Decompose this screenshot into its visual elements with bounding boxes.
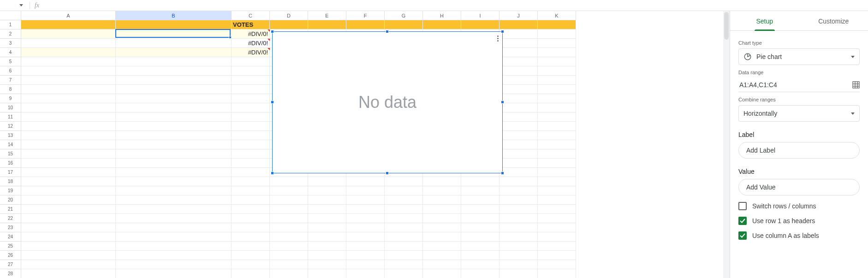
cell-H18[interactable] <box>423 177 461 186</box>
cell-J7[interactable] <box>499 76 538 85</box>
resize-handle-n[interactable] <box>386 30 389 33</box>
cell-K13[interactable] <box>538 131 576 140</box>
cell-C12[interactable] <box>232 122 270 131</box>
cell-A8[interactable] <box>21 85 116 94</box>
row-header-25[interactable]: 25 <box>0 242 21 251</box>
cell-J27[interactable] <box>499 260 538 269</box>
cell-I1[interactable] <box>461 20 499 30</box>
cell-A6[interactable] <box>21 66 116 76</box>
cell-B19[interactable] <box>116 186 232 195</box>
cell-B18[interactable] <box>116 177 232 186</box>
row-header-21[interactable]: 21 <box>0 205 21 214</box>
cell-G19[interactable] <box>385 186 423 195</box>
resize-handle-e[interactable] <box>501 101 504 104</box>
cell-K5[interactable] <box>538 57 576 66</box>
cell-C3[interactable]: #DIV/0! <box>232 39 270 48</box>
cell-K3[interactable] <box>538 39 576 48</box>
cell-C8[interactable] <box>232 85 270 94</box>
cell-F24[interactable] <box>346 232 385 242</box>
cell-A21[interactable] <box>21 205 116 214</box>
chart-object[interactable]: No data <box>272 31 503 173</box>
row-header-20[interactable]: 20 <box>0 195 21 205</box>
cell-C10[interactable] <box>232 103 270 112</box>
cell-K7[interactable] <box>538 76 576 85</box>
cell-H21[interactable] <box>423 205 461 214</box>
combine-ranges-select[interactable]: Horizontally <box>738 105 860 122</box>
cell-I24[interactable] <box>461 232 499 242</box>
row-header-26[interactable]: 26 <box>0 251 21 260</box>
cell-K25[interactable] <box>538 242 576 251</box>
cell-E19[interactable] <box>308 186 346 195</box>
add-value-button[interactable]: Add Value <box>738 179 860 195</box>
cell-J15[interactable] <box>499 149 538 159</box>
cell-G26[interactable] <box>385 251 423 260</box>
cell-J19[interactable] <box>499 186 538 195</box>
cell-J12[interactable] <box>499 122 538 131</box>
cell-K19[interactable] <box>538 186 576 195</box>
cell-H22[interactable] <box>423 214 461 223</box>
row-header-4[interactable]: 4 <box>0 48 21 57</box>
cell-J4[interactable] <box>499 48 538 57</box>
use-colA-checkbox[interactable] <box>738 231 747 240</box>
cell-F25[interactable] <box>346 242 385 251</box>
row-header-7[interactable]: 7 <box>0 76 21 85</box>
cell-F18[interactable] <box>346 177 385 186</box>
cell-A12[interactable] <box>21 122 116 131</box>
cell-A11[interactable] <box>21 112 116 122</box>
cell-I18[interactable] <box>461 177 499 186</box>
cell-J13[interactable] <box>499 131 538 140</box>
scrollbar-thumb[interactable] <box>724 12 729 40</box>
resize-handle-nw[interactable] <box>271 30 274 33</box>
column-header-E[interactable]: E <box>308 11 346 20</box>
cell-K24[interactable] <box>538 232 576 242</box>
column-header-F[interactable]: F <box>346 11 385 20</box>
row-header-9[interactable]: 9 <box>0 94 21 103</box>
cell-E22[interactable] <box>308 214 346 223</box>
cell-B15[interactable] <box>116 149 232 159</box>
switch-rows-checkbox[interactable] <box>738 202 747 210</box>
cell-B10[interactable] <box>116 103 232 112</box>
cell-D26[interactable] <box>270 251 308 260</box>
cell-E20[interactable] <box>308 195 346 205</box>
column-header-B[interactable]: B <box>116 11 232 20</box>
cell-C7[interactable] <box>232 76 270 85</box>
cell-A2[interactable] <box>21 30 116 39</box>
cell-K12[interactable] <box>538 122 576 131</box>
data-range-input[interactable] <box>738 81 852 89</box>
cell-D20[interactable] <box>270 195 308 205</box>
cell-B2[interactable] <box>116 30 232 39</box>
row-header-17[interactable]: 17 <box>0 168 21 177</box>
row-header-3[interactable]: 3 <box>0 39 21 48</box>
cell-B20[interactable] <box>116 195 232 205</box>
cell-A14[interactable] <box>21 140 116 149</box>
cell-K21[interactable] <box>538 205 576 214</box>
error-flag-C4[interactable] <box>268 48 270 50</box>
cell-B14[interactable] <box>116 140 232 149</box>
cell-A25[interactable] <box>21 242 116 251</box>
cell-C16[interactable] <box>232 159 270 168</box>
resize-handle-ne[interactable] <box>501 30 504 33</box>
cell-B17[interactable] <box>116 168 232 177</box>
cell-D21[interactable] <box>270 205 308 214</box>
cell-D22[interactable] <box>270 214 308 223</box>
cell-F23[interactable] <box>346 223 385 232</box>
cell-D19[interactable] <box>270 186 308 195</box>
cell-C13[interactable] <box>232 131 270 140</box>
cell-F26[interactable] <box>346 251 385 260</box>
column-header-H[interactable]: H <box>423 11 461 20</box>
cell-H23[interactable] <box>423 223 461 232</box>
cell-F28[interactable] <box>346 269 385 278</box>
cell-I27[interactable] <box>461 260 499 269</box>
cell-C27[interactable] <box>232 260 270 269</box>
row-header-8[interactable]: 8 <box>0 85 21 94</box>
cell-B28[interactable] <box>116 269 232 278</box>
cell-I25[interactable] <box>461 242 499 251</box>
cell-D1[interactable] <box>270 20 308 30</box>
cell-G27[interactable] <box>385 260 423 269</box>
cell-K1[interactable] <box>538 20 576 30</box>
cell-A22[interactable] <box>21 214 116 223</box>
cell-I23[interactable] <box>461 223 499 232</box>
cell-C18[interactable] <box>232 177 270 186</box>
cell-A26[interactable] <box>21 251 116 260</box>
row-header-19[interactable]: 19 <box>0 186 21 195</box>
